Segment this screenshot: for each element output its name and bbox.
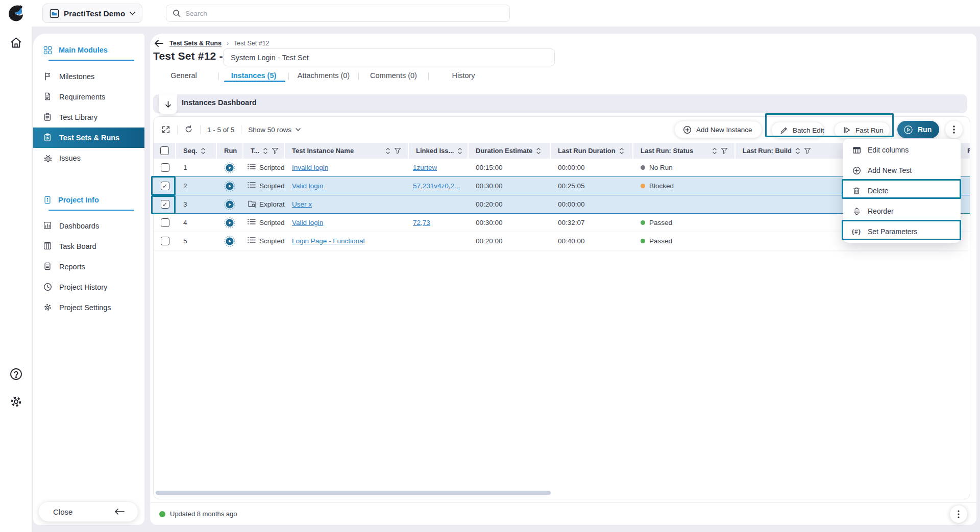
column-header-dur[interactable]: Duration Estimate [469, 143, 551, 159]
menu-item-delete[interactable]: Delete [843, 181, 961, 201]
duration-estimate-cell: 00:30:00 [469, 177, 551, 195]
expand-icon[interactable] [161, 125, 170, 134]
tab-comments-0[interactable]: Comments (0) [359, 70, 428, 81]
menu-item-edit-columns[interactable]: Edit columns [843, 140, 961, 160]
sort-icon[interactable] [457, 147, 462, 155]
row-checkbox[interactable] [161, 218, 169, 227]
column-header-ldur[interactable]: Last Run Duration [551, 143, 633, 159]
sort-icon[interactable] [795, 147, 800, 155]
linked-issues-link[interactable]: 1zurtew [413, 164, 437, 171]
sort-icon[interactable] [263, 147, 268, 155]
run-button[interactable]: Run [897, 121, 939, 138]
filter-icon[interactable] [721, 147, 728, 154]
sidebar-item-test-library[interactable]: Test Library [33, 107, 144, 128]
refresh-icon[interactable] [184, 125, 193, 134]
add-new-instance-button[interactable]: Add New Instance [674, 121, 762, 138]
menu-item-add-new-test[interactable]: Add New Test [843, 160, 961, 181]
seq-cell: 4 [176, 214, 217, 232]
batch-edit-button[interactable]: Batch Edit [771, 122, 824, 138]
sort-icon[interactable] [201, 147, 206, 155]
filter-icon[interactable] [272, 147, 279, 154]
last-run-status-cell: Passed [633, 232, 736, 250]
column-header-seq[interactable]: Seq. [176, 143, 217, 159]
test-instance-link[interactable]: User x [292, 200, 312, 208]
sidebar-section-main-modules[interactable]: Main Modules [33, 42, 144, 58]
run-instance-icon[interactable] [224, 217, 235, 229]
page-title: Test Set #12 - [153, 50, 223, 62]
column-header-select-all[interactable] [154, 143, 176, 159]
settings-icon[interactable] [9, 395, 23, 409]
dashboard-collapse-toggle[interactable] [159, 94, 177, 114]
sidebar-section-project-info[interactable]: Project Info [33, 192, 144, 208]
row-checkbox[interactable] [161, 163, 169, 172]
row-checkbox[interactable] [161, 237, 169, 245]
sidebar-item-task-board[interactable]: Task Board [33, 236, 144, 257]
home-icon[interactable] [9, 36, 23, 49]
run-instance-icon[interactable] [224, 162, 235, 173]
run-instance-icon[interactable] [224, 199, 235, 210]
set-params-icon: {#} [852, 227, 861, 236]
column-header-run[interactable]: Run [217, 143, 243, 159]
fast-run-button[interactable]: Fast Run [834, 122, 890, 138]
row-checkbox[interactable]: ✓ [161, 182, 169, 190]
sort-icon[interactable] [385, 147, 390, 155]
table-more-actions-button[interactable] [945, 121, 963, 138]
test-instance-link[interactable]: Invalid login [292, 164, 328, 171]
main-content-card: Test Sets & Runs › Test Set #12 Test Set… [150, 34, 976, 525]
linked-issues-link[interactable]: 57,231v4z0,2... [413, 182, 460, 190]
clock-icon [43, 283, 53, 292]
sort-icon[interactable] [712, 147, 717, 155]
info-icon [43, 196, 52, 204]
column-header-type[interactable]: T... [243, 143, 285, 159]
search-input[interactable] [185, 10, 503, 17]
sort-icon[interactable] [619, 147, 624, 155]
column-header-linked[interactable]: Linked Iss... [409, 143, 469, 159]
sidebar-item-test-sets-runs[interactable]: Test Sets & Runs [33, 128, 144, 148]
run-instance-icon[interactable] [224, 181, 235, 192]
test-set-name-input[interactable] [223, 48, 555, 66]
select-all-checkbox[interactable] [160, 146, 169, 155]
sidebar-item-requirements[interactable]: Requirements [33, 87, 144, 107]
last-run-status-cell: Blocked [633, 177, 736, 195]
last-run-duration-cell: 00:32:07 [551, 214, 633, 232]
tab-instances-5[interactable]: Instances (5) [219, 70, 288, 81]
back-arrow-icon[interactable] [153, 38, 164, 49]
linked-issues-link[interactable]: 72,73 [413, 219, 430, 226]
sidebar-item-reports[interactable]: Reports [33, 257, 144, 277]
edit-columns-icon [852, 145, 861, 155]
menu-item-reorder[interactable]: Reorder [843, 201, 961, 221]
sidebar-item-dashboards[interactable]: Dashboards [33, 216, 144, 236]
project-selector[interactable]: PractiTest Demo [42, 4, 142, 23]
help-icon[interactable] [9, 367, 23, 381]
column-header-ru[interactable]: Ru [960, 143, 970, 159]
sidebar-item-milestones[interactable]: Milestones [33, 66, 144, 87]
menu-item-set-parameters[interactable]: {#} Set Parameters [843, 221, 961, 242]
test-instance-link[interactable]: Login Page - Functional [292, 237, 365, 245]
horizontal-scrollbar[interactable] [156, 491, 551, 495]
column-header-status[interactable]: Last Run: Status [633, 143, 736, 159]
tab-general[interactable]: General [149, 70, 218, 81]
sort-icon[interactable] [536, 147, 541, 155]
filter-icon[interactable] [394, 147, 401, 154]
tab-history[interactable]: History [429, 70, 498, 81]
test-instance-link[interactable]: Valid login [292, 182, 323, 190]
run-instance-icon[interactable] [224, 236, 235, 247]
global-search[interactable] [166, 5, 510, 22]
tab-attachments-0[interactable]: Attachments (0) [289, 70, 358, 81]
column-header-name[interactable]: Test Instance Name [285, 143, 409, 159]
icon-rail: M [0, 27, 32, 532]
filter-icon[interactable] [804, 147, 811, 154]
practitest-logo-icon[interactable] [6, 3, 26, 23]
reorder-icon [852, 207, 861, 216]
rows-per-page-selector[interactable]: Show 50 rows [248, 126, 301, 134]
sidebar-item-issues[interactable]: Issues [33, 148, 144, 168]
row-checkbox[interactable]: ✓ [161, 200, 169, 209]
sidebar-item-project-history[interactable]: Project History [33, 277, 144, 297]
test-instance-link[interactable]: Valid login [292, 219, 323, 226]
sidebar-close-button[interactable]: Close [38, 501, 138, 522]
footer-more-actions-button[interactable] [950, 505, 967, 523]
breadcrumb-parent-link[interactable]: Test Sets & Runs [169, 40, 222, 47]
last-run-duration-cell: 00:00:00 [551, 159, 633, 176]
project-folder-icon [50, 9, 59, 18]
sidebar-item-project-settings[interactable]: Project Settings [33, 297, 144, 318]
